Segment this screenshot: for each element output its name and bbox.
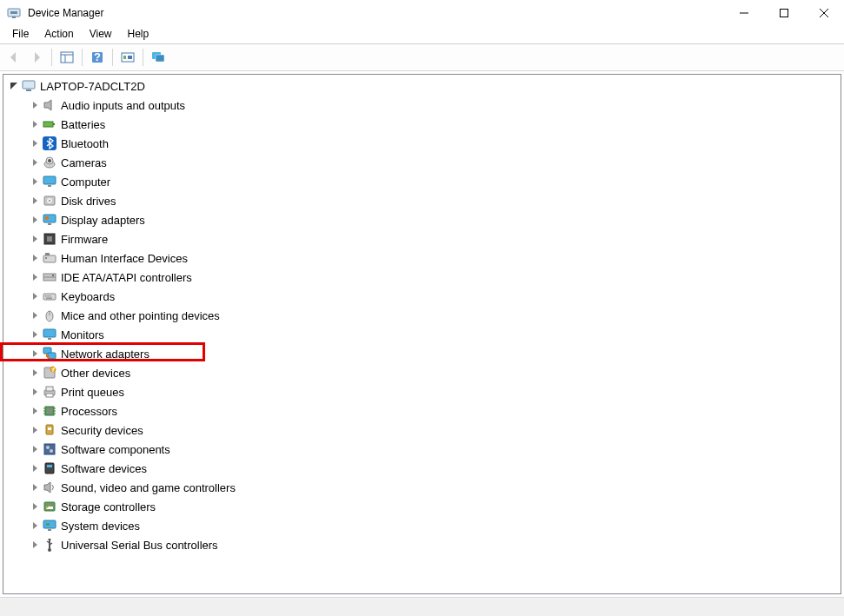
tree-item-label: Disk drives [61, 195, 116, 208]
tree-item-label: Display adapters [61, 214, 145, 227]
menu-action[interactable]: Action [37, 26, 80, 42]
expand-arrow-icon[interactable] [28, 289, 42, 303]
expand-arrow-icon[interactable] [28, 328, 42, 341]
svg-rect-2 [12, 17, 16, 18]
expand-arrow-icon[interactable] [28, 251, 42, 265]
expand-arrow-icon[interactable] [28, 232, 42, 246]
close-button[interactable] [804, 0, 844, 26]
maximize-button[interactable] [764, 0, 804, 26]
expand-arrow-icon[interactable] [28, 404, 42, 418]
menu-help[interactable]: Help [121, 26, 156, 42]
svg-rect-73 [45, 463, 54, 474]
tree-item-keyboards[interactable]: Keyboards [3, 287, 841, 306]
tree-item-software-components[interactable]: Software components [3, 440, 841, 459]
tree-item-disk-drives[interactable]: Disk drives [3, 191, 841, 210]
expand-arrow-icon[interactable] [7, 79, 21, 93]
help-button[interactable]: ? [87, 47, 108, 68]
svg-rect-43 [48, 295, 50, 297]
forward-button [26, 47, 47, 68]
expand-arrow-icon[interactable] [28, 385, 42, 399]
tree-item-label: Security devices [61, 424, 143, 437]
storage-icon [42, 499, 57, 514]
monitors-button[interactable] [148, 47, 169, 68]
tree-item-label: Keyboards [61, 290, 115, 303]
keyboard-icon [42, 288, 57, 304]
mouse-icon [42, 308, 57, 323]
expand-arrow-icon[interactable] [28, 442, 42, 456]
svg-point-72 [50, 449, 53, 453]
tree-item-ide-ata-atapi-controllers[interactable]: IDE ATA/ATAPI controllers [3, 268, 841, 287]
tree-item-firmware[interactable]: Firmware [3, 229, 841, 248]
tree-item-monitors[interactable]: Monitors [3, 325, 841, 344]
minimize-button[interactable] [724, 0, 764, 26]
tree-item-audio-inputs-and-outputs[interactable]: Audio inputs and outputs [3, 96, 841, 115]
expand-arrow-icon[interactable] [28, 194, 42, 208]
tree-item-system-devices[interactable]: System devices [3, 516, 841, 535]
tree-item-bluetooth[interactable]: Bluetooth [3, 134, 841, 153]
expand-arrow-icon[interactable] [28, 461, 42, 475]
tree-item-sound-video-and-game-controllers[interactable]: Sound, video and game controllers [3, 478, 841, 497]
tree-item-human-interface-devices[interactable]: Human Interface Devices [3, 248, 841, 268]
tree-item-network-adapters[interactable]: Network adapters [3, 344, 841, 363]
svg-point-81 [48, 548, 51, 552]
network-icon [42, 346, 57, 361]
expand-arrow-icon[interactable] [28, 156, 42, 169]
tree-item-software-devices[interactable]: Software devices [3, 459, 841, 478]
tree-item-label: Print queues [61, 386, 124, 399]
tree-item-other-devices[interactable]: ?Other devices [3, 363, 841, 382]
tree-item-processors[interactable]: Processors [3, 401, 841, 421]
tree-item-cameras[interactable]: Cameras [3, 153, 841, 172]
device-manager-icon [7, 6, 21, 20]
svg-rect-14 [128, 56, 132, 59]
tree-item-label: Sound, video and game controllers [61, 481, 236, 494]
expand-arrow-icon[interactable] [28, 98, 42, 112]
expand-arrow-icon[interactable] [28, 519, 42, 533]
tree-item-computer[interactable]: Computer [3, 172, 841, 191]
tree-item-display-adapters[interactable]: Display adapters [3, 210, 841, 229]
svg-rect-45 [46, 298, 52, 299]
expand-arrow-icon[interactable] [28, 136, 42, 150]
expand-arrow-icon[interactable] [28, 423, 42, 437]
svg-rect-17 [23, 81, 35, 89]
tree-item-label: Universal Serial Bus controllers [61, 539, 218, 552]
tree-item-security-devices[interactable]: Security devices [3, 421, 841, 440]
tree-item-storage-controllers[interactable]: Storage controllers [3, 497, 841, 516]
tree-item-batteries[interactable]: Batteries [3, 115, 841, 134]
tree-item-label: System devices [61, 520, 140, 533]
expand-arrow-icon[interactable] [28, 500, 42, 513]
svg-text:?: ? [50, 366, 56, 374]
svg-point-40 [52, 275, 54, 276]
tree-root[interactable]: LAPTOP-7ADCLT2D [3, 76, 841, 96]
expand-arrow-icon[interactable] [28, 270, 42, 284]
device-tree-panel[interactable]: LAPTOP-7ADCLT2DAudio inputs and outputsB… [3, 74, 841, 594]
tree-item-label: Processors [61, 405, 117, 418]
tree-item-label: Bluetooth [61, 137, 109, 150]
display-icon [42, 212, 57, 228]
menu-file[interactable]: File [5, 26, 36, 42]
expand-arrow-icon[interactable] [28, 308, 42, 322]
svg-point-24 [48, 159, 51, 162]
hid-icon [42, 250, 57, 266]
show-hide-console-button[interactable] [56, 47, 77, 68]
camera-icon [42, 155, 57, 170]
expand-arrow-icon[interactable] [28, 175, 42, 189]
scan-hardware-button[interactable] [117, 47, 138, 68]
expand-arrow-icon[interactable] [28, 213, 42, 227]
system-icon [42, 518, 57, 533]
window-controls [724, 0, 844, 26]
menu-view[interactable]: View [83, 26, 119, 42]
expand-arrow-icon[interactable] [28, 347, 42, 361]
svg-point-71 [46, 446, 50, 449]
svg-rect-70 [44, 444, 55, 454]
tree-root-label: LAPTOP-7ADCLT2D [40, 80, 145, 93]
expand-arrow-icon[interactable] [28, 366, 42, 380]
tree-item-print-queues[interactable]: Print queues [3, 382, 841, 401]
expand-arrow-icon[interactable] [28, 538, 42, 552]
tree-item-label: Mice and other pointing devices [61, 309, 220, 322]
expand-arrow-icon[interactable] [28, 117, 42, 131]
tree-item-label: Batteries [61, 118, 105, 131]
chipcard-icon [42, 231, 57, 247]
expand-arrow-icon[interactable] [28, 480, 42, 494]
tree-item-universal-serial-bus-controllers[interactable]: Universal Serial Bus controllers [3, 535, 841, 554]
tree-item-mice-and-other-pointing-devices[interactable]: Mice and other pointing devices [3, 306, 841, 325]
